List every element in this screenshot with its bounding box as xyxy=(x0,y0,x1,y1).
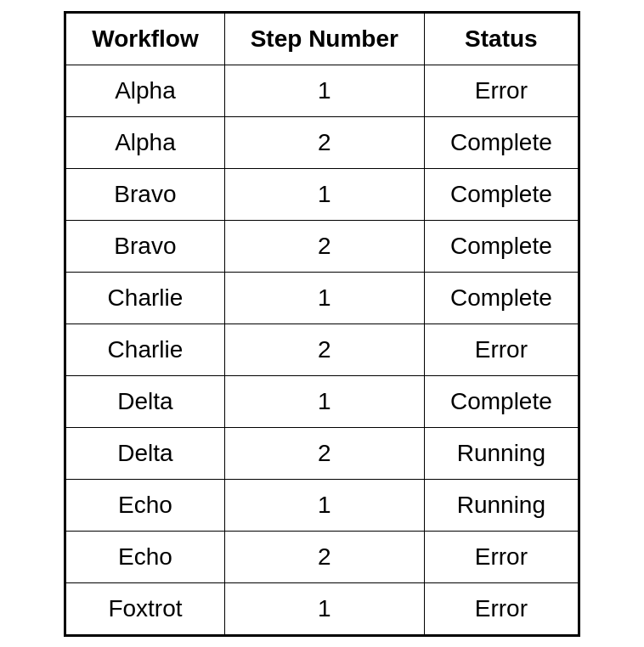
cell-status: Complete xyxy=(424,375,578,427)
cell-step-number: 1 xyxy=(224,479,424,531)
cell-workflow: Delta xyxy=(66,375,224,427)
cell-step-number: 2 xyxy=(224,220,424,272)
cell-workflow: Echo xyxy=(66,479,224,531)
cell-step-number: 2 xyxy=(224,427,424,479)
cell-workflow: Bravo xyxy=(66,168,224,220)
table-row: Delta1Complete xyxy=(66,375,579,427)
table-row: Echo1Running xyxy=(66,479,579,531)
cell-step-number: 2 xyxy=(224,116,424,168)
cell-status: Error xyxy=(424,582,578,634)
cell-step-number: 1 xyxy=(224,65,424,116)
cell-status: Complete xyxy=(424,272,578,324)
col-header-step-number: Step Number xyxy=(224,13,424,65)
col-header-workflow: Workflow xyxy=(66,13,224,65)
cell-status: Complete xyxy=(424,116,578,168)
cell-workflow: Foxtrot xyxy=(66,582,224,634)
cell-workflow: Charlie xyxy=(66,272,224,324)
table-row: Delta2Running xyxy=(66,427,579,479)
cell-status: Error xyxy=(424,531,578,582)
table-row: Echo2Error xyxy=(66,531,579,582)
cell-step-number: 1 xyxy=(224,375,424,427)
cell-step-number: 2 xyxy=(224,531,424,582)
cell-step-number: 1 xyxy=(224,582,424,634)
table-row: Foxtrot1Error xyxy=(66,582,579,634)
table-header-row: Workflow Step Number Status xyxy=(66,13,579,65)
table-container: Workflow Step Number Status Alpha1ErrorA… xyxy=(64,11,580,637)
col-header-status: Status xyxy=(424,13,578,65)
cell-workflow: Delta xyxy=(66,427,224,479)
cell-status: Error xyxy=(424,324,578,375)
cell-workflow: Alpha xyxy=(66,65,224,116)
cell-workflow: Charlie xyxy=(66,324,224,375)
cell-workflow: Alpha xyxy=(66,116,224,168)
table-row: Alpha2Complete xyxy=(66,116,579,168)
cell-step-number: 1 xyxy=(224,168,424,220)
workflow-table: Workflow Step Number Status Alpha1ErrorA… xyxy=(65,13,579,635)
cell-status: Complete xyxy=(424,168,578,220)
cell-status: Running xyxy=(424,427,578,479)
table-row: Bravo2Complete xyxy=(66,220,579,272)
cell-step-number: 1 xyxy=(224,272,424,324)
table-row: Bravo1Complete xyxy=(66,168,579,220)
cell-step-number: 2 xyxy=(224,324,424,375)
table-row: Alpha1Error xyxy=(66,65,579,116)
cell-workflow: Echo xyxy=(66,531,224,582)
table-row: Charlie1Complete xyxy=(66,272,579,324)
cell-workflow: Bravo xyxy=(66,220,224,272)
cell-status: Running xyxy=(424,479,578,531)
cell-status: Error xyxy=(424,65,578,116)
table-row: Charlie2Error xyxy=(66,324,579,375)
cell-status: Complete xyxy=(424,220,578,272)
